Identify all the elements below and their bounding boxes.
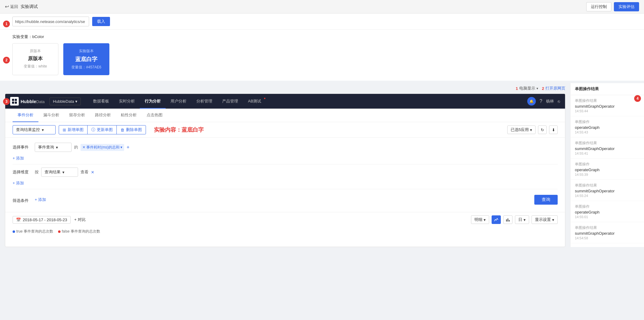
add-event-link[interactable]: + 添加 <box>13 156 558 161</box>
browser-step2: 2 <box>542 86 544 91</box>
hubble-logo-text: HubbleData <box>21 99 45 104</box>
hubble-nav: HubbleData HubbleData ▾ 数据看板 实时分析 行为分析 用… <box>5 94 565 109</box>
remove-dimension-icon[interactable]: ✕ <box>91 170 94 175</box>
log-item-2[interactable]: 单图操作结果 summitGraphOperator 14:55:41 <box>571 137 644 159</box>
log-item-3[interactable]: 单图操作 operateGraph 14:55:39 <box>571 159 644 180</box>
nav-user[interactable]: 杨林 <box>546 98 554 104</box>
metric-chevron-icon: ▾ <box>120 145 122 149</box>
chart-legend: true 事件查询的总次数 false 事件查询的总次数 <box>5 227 565 235</box>
update-chart-btn[interactable]: ⓘ 更新单图 <box>88 125 117 134</box>
svg-rect-2 <box>12 102 14 104</box>
dimension-select[interactable]: 查询结果 ▾ <box>41 168 78 177</box>
load-button[interactable]: 载入 <box>92 17 110 26</box>
log-item-5[interactable]: 单图操作 operateGraph 14:55:01 <box>571 201 644 222</box>
back-button[interactable]: ↩ 返回 <box>5 4 18 10</box>
bar-chart-btn[interactable] <box>503 215 512 224</box>
log-item-1[interactable]: 单图操作 operateGraph 14:55:43 <box>571 116 644 137</box>
legend-true-label: true 事件查询的总次数 <box>16 229 53 234</box>
open-page-btn[interactable]: 2 打开原网页 <box>542 86 565 91</box>
log-item-2-title: 单图操作结果 <box>575 141 640 146</box>
dimension-select-label: 查询结果 <box>45 169 61 175</box>
log-item-4[interactable]: 单图操作结果 summitGraphOperator 14:55:24 <box>571 180 644 201</box>
display-settings-chevron-icon: ▾ <box>552 218 554 222</box>
step-badge-4: 4 <box>634 95 641 102</box>
legend-false: false 事件查询的总次数 <box>58 229 100 234</box>
top-bar: ↩ 返回 实验调试 运行控制 实验评估 <box>0 0 644 13</box>
log-item-6-title: 单图操作结果 <box>575 225 640 230</box>
tab-stickiness[interactable]: 粘性分析 <box>116 109 142 122</box>
hubble-logo: HubbleData <box>10 97 45 106</box>
logout-icon[interactable]: ⎋ <box>558 99 560 104</box>
log-item-6[interactable]: 单图操作结果 summitGraphOperator 14:54:58 <box>571 222 644 243</box>
original-variant-card[interactable]: 原版本 原版本 变量值：white <box>12 43 58 75</box>
tab-event-analysis[interactable]: 事件分析 <box>13 109 38 122</box>
metric-tag[interactable]: ✕ 事件耗时(ms)的总和 ▾ <box>80 144 124 151</box>
back-arrow-icon: ↩ <box>5 4 9 10</box>
app-select-label: 已选5应用 <box>511 127 529 133</box>
compare-button[interactable]: + 对比 <box>74 217 86 222</box>
display-settings-label: 显示设置 <box>535 217 551 222</box>
tab-path[interactable]: 路径分析 <box>90 109 116 122</box>
top-bar-left: ↩ 返回 实验调试 <box>5 4 38 10</box>
form-divider-1 <box>13 164 558 164</box>
by-text: 按 <box>35 169 39 175</box>
log-item-6-name: summitGraphOperator <box>575 231 640 236</box>
experiment-variant-card[interactable]: 实验版本 蓝底白字 变量值：#457AE6 <box>63 43 109 75</box>
log-panel-title: 单图操作结果 <box>571 83 644 95</box>
original-name: 原版本 <box>20 56 51 62</box>
original-tag: 原版本 <box>20 48 51 54</box>
nav-item-user[interactable]: 用户分析 <box>166 94 191 109</box>
notification-icon[interactable]: 🔔 <box>527 97 536 106</box>
variant-section: 实验变量：bColor 原版本 原版本 变量值：white 实验版本 蓝底白字 … <box>0 30 644 83</box>
log-item-3-title: 单图操作 <box>575 162 640 167</box>
nav-item-product[interactable]: 产品管理 <box>217 94 243 109</box>
delete-chart-btn[interactable]: 🗑 删除单图 <box>117 125 146 134</box>
delete-chart-label: 删除单图 <box>126 127 142 133</box>
day-chevron-icon: ▾ <box>524 218 526 222</box>
nav-item-ab[interactable]: AB测试 • <box>243 94 266 109</box>
log-item-4-time: 14:55:24 <box>575 194 640 198</box>
nav-item-analysis-mgmt[interactable]: 分析管理 <box>191 94 217 109</box>
line-chart-btn[interactable] <box>492 215 501 224</box>
tab-heatmap[interactable]: 点击热图 <box>142 109 167 122</box>
url-input[interactable] <box>12 17 89 26</box>
svg-rect-1 <box>15 99 17 101</box>
update-chart-icon: ⓘ <box>91 127 95 133</box>
svg-rect-6 <box>509 220 510 222</box>
workspace-selector[interactable]: HubbleData ▾ <box>49 98 81 105</box>
query-select-label: 查询结果监控 <box>16 127 40 133</box>
download-icon[interactable]: ⬇ <box>549 125 558 134</box>
tab-retention[interactable]: 留存分析 <box>64 109 90 122</box>
device-selector[interactable]: 1 电脑显示 ▾ <box>516 86 538 91</box>
eval-button[interactable]: 实验评估 <box>614 2 639 11</box>
hubble-browser-frame: HubbleData HubbleData ▾ 数据看板 实时分析 行为分析 用… <box>5 94 565 247</box>
add-dimension-link[interactable]: + 添加 <box>13 180 558 186</box>
detail-select[interactable]: 明细 ▾ <box>471 215 489 224</box>
add-chart-btn[interactable]: ⊞ 新增单图 <box>59 125 88 134</box>
log-item-3-name: operateGraph <box>575 168 640 172</box>
help-icon[interactable]: ? <box>540 98 542 104</box>
device-label: 电脑显示 <box>519 86 535 91</box>
step-badge-2: 2 <box>3 57 10 64</box>
nav-item-behavior[interactable]: 行为分析 <box>140 94 166 109</box>
add-metric-icon[interactable]: + <box>127 145 129 150</box>
tab-funnel[interactable]: 漏斗分析 <box>38 109 64 122</box>
query-submit-button[interactable]: 查询 <box>534 195 558 205</box>
add-chart-label: 新增单图 <box>68 127 84 133</box>
metric-label: 事件耗时(ms)的总和 <box>86 145 120 150</box>
event-select-chevron-icon: ▾ <box>56 145 58 150</box>
display-settings-btn[interactable]: 显示设置 ▾ <box>532 215 558 224</box>
log-item-0[interactable]: 单图操作结果 summitGraphOperator 14:55:44 <box>571 95 644 116</box>
run-control-button[interactable]: 运行控制 <box>586 2 611 11</box>
add-filter-link[interactable]: + 添加 <box>35 197 46 202</box>
date-range-picker[interactable]: 📅 2018-05-17 - 2018-05-23 <box>13 216 71 224</box>
refresh-icon[interactable]: ↻ <box>538 125 547 134</box>
app-select[interactable]: 已选5应用 ▾ <box>507 125 536 134</box>
nav-item-dashboard[interactable]: 数据看板 <box>88 94 114 109</box>
nav-item-realtime[interactable]: 实时分析 <box>114 94 140 109</box>
log-item-4-title: 单图操作结果 <box>575 183 640 188</box>
dimension-controls: 按 查询结果 ▾ 查看 ✕ <box>35 168 94 177</box>
query-result-select[interactable]: 查询结果监控 ▾ <box>13 125 56 134</box>
day-select[interactable]: 日 ▾ <box>515 215 529 224</box>
event-select[interactable]: 事件查询 ▾ <box>35 143 72 152</box>
